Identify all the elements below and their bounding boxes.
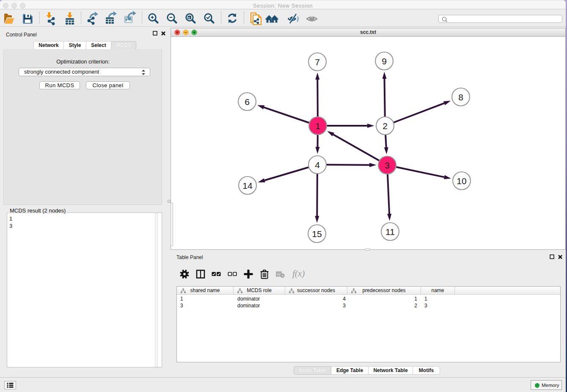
svg-text:11: 11 — [385, 227, 395, 237]
svg-text:7: 7 — [315, 57, 320, 67]
svg-text:8: 8 — [458, 92, 463, 102]
svg-text:10: 10 — [457, 176, 466, 186]
svg-text:15: 15 — [312, 229, 322, 239]
svg-text:2: 2 — [383, 121, 388, 131]
svg-text:4: 4 — [315, 160, 320, 170]
svg-text:14: 14 — [242, 181, 253, 190]
svg-text:9: 9 — [382, 56, 387, 66]
svg-text:3: 3 — [385, 160, 390, 170]
svg-text:6: 6 — [245, 97, 250, 107]
svg-text:1: 1 — [315, 121, 320, 131]
